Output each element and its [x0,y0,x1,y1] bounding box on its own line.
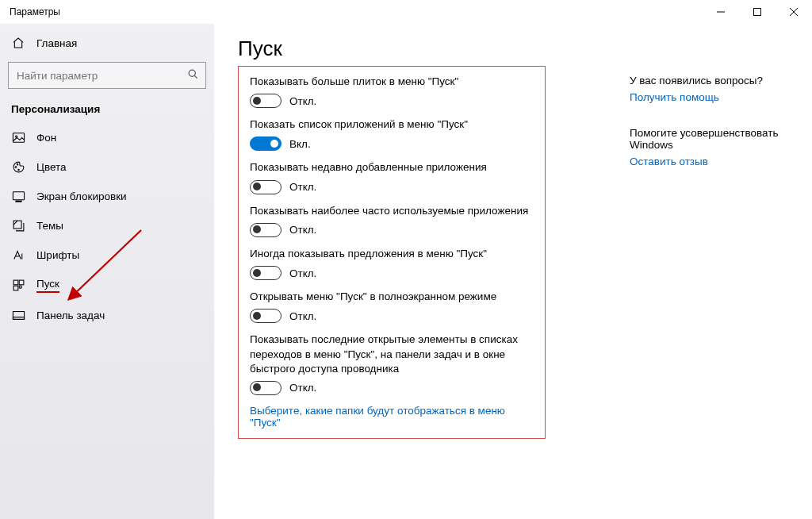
svg-rect-1 [754,9,761,16]
sidebar-item-label: Шрифты [36,249,79,261]
setting-label: Показывать недавно добавленные приложени… [250,160,534,175]
svg-point-8 [15,167,16,167]
page-title: Пуск [238,37,606,61]
toggle-state: Откл. [289,267,316,279]
svg-point-10 [17,169,18,170]
svg-point-7 [15,136,17,137]
main-content: Пуск Показывать больше плиток в меню "Пу… [214,24,630,519]
sidebar-item-background[interactable]: Фон [0,123,214,152]
setting-label: Иногда показывать предложения в меню "Пу… [250,247,534,261]
sidebar-item-start[interactable]: Пуск [0,270,214,301]
choose-folders-link[interactable]: Выберите, какие папки будут отображаться… [250,405,534,429]
toggle-app-list[interactable] [250,136,282,151]
sidebar-item-lockscreen[interactable]: Экран блокировки [0,182,214,211]
help-link[interactable]: Получить помощь [630,91,796,103]
search-input[interactable] [15,69,187,83]
setting-app-list: Показать список приложений в меню "Пуск"… [250,117,534,151]
sidebar-item-label: Темы [36,220,63,232]
setting-fullscreen: Открывать меню "Пуск" в полноэкранном ре… [250,290,534,323]
taskbar-icon [11,309,25,322]
home-icon [11,37,25,49]
svg-rect-12 [15,201,21,202]
fonts-icon [11,248,25,262]
setting-suggestions: Иногда показывать предложения в меню "Пу… [250,247,534,280]
sidebar-item-label: Фон [36,132,56,144]
sidebar-item-label: Пуск [36,278,59,293]
setting-label: Показать список приложений в меню "Пуск" [250,117,534,132]
sidebar-item-fonts[interactable]: Шрифты [0,240,214,270]
help-title: У вас появились вопросы? [630,75,796,86]
aside: У вас появились вопросы? Получить помощь… [630,24,812,519]
home-label: Главная [36,37,77,49]
setting-jumplists: Показывать последние открытые элементы в… [250,333,534,395]
toggle-suggestions[interactable] [250,266,282,280]
toggle-state: Откл. [289,224,316,236]
svg-rect-19 [19,286,21,288]
home-nav[interactable]: Главная [0,32,214,54]
sidebar-item-taskbar[interactable]: Панель задач [0,301,214,330]
search-icon [187,68,199,83]
themes-icon [11,219,25,233]
setting-label: Открывать меню "Пуск" в полноэкранном ре… [250,290,534,304]
setting-label: Показывать больше плиток в меню "Пуск" [250,75,534,89]
sidebar-item-themes[interactable]: Темы [0,211,214,240]
toggle-state: Откл. [289,310,316,322]
lockscreen-icon [11,190,25,203]
feedback-title: Помогите усовершенствовать Windows [630,127,796,151]
svg-rect-21 [13,317,24,320]
toggle-state: Откл. [289,181,316,193]
start-icon [11,279,25,292]
svg-rect-16 [13,280,18,285]
svg-point-9 [17,164,17,165]
maximize-button[interactable] [739,0,776,24]
setting-label: Показывать наиболее часто используемые п… [250,204,534,218]
svg-rect-17 [19,280,24,285]
toggle-more-tiles[interactable] [250,94,282,108]
sidebar-item-label: Экран блокировки [36,190,127,202]
feedback-link[interactable]: Оставить отзыв [630,156,796,167]
setting-more-tiles: Показывать больше плиток в меню "Пуск" О… [250,75,534,108]
toggle-jumplists[interactable] [250,381,282,395]
sidebar-item-label: Панель задач [36,309,105,321]
setting-label: Показывать последние открытые элементы в… [250,333,534,376]
settings-panel: Показывать больше плиток в меню "Пуск" О… [238,66,546,439]
search-input-wrap[interactable] [8,62,206,89]
toggle-state: Откл. [289,382,316,394]
section-title: Персонализация [0,100,214,123]
window-controls [703,0,812,24]
toggle-fullscreen[interactable] [250,309,282,323]
svg-rect-18 [13,286,18,290]
minimize-button[interactable] [703,0,739,24]
svg-rect-13 [13,221,21,229]
setting-most-used: Показывать наиболее часто используемые п… [250,204,534,237]
svg-line-5 [194,75,197,78]
toggle-state: Откл. [289,95,316,107]
setting-recently-added: Показывать недавно добавленные приложени… [250,160,534,194]
toggle-most-used[interactable] [250,223,282,237]
toggle-state: Вкл. [289,138,311,150]
image-icon [11,131,25,144]
palette-icon [11,160,25,174]
sidebar-item-colors[interactable]: Цвета [0,152,214,182]
close-button[interactable] [776,0,812,24]
sidebar: Главная Персонализация Фон Цвета [0,24,214,519]
svg-point-4 [189,70,195,76]
window-title: Параметры [10,6,60,17]
svg-rect-11 [13,192,24,200]
titlebar: Параметры [0,0,812,24]
sidebar-item-label: Цвета [36,161,67,173]
toggle-recently-added[interactable] [250,180,282,194]
